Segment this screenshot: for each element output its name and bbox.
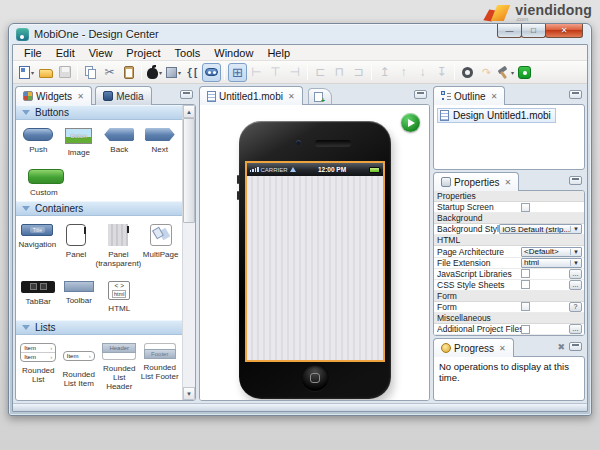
close-icon[interactable]: ✕ [505, 178, 512, 187]
home-button [301, 364, 329, 392]
widget-rounded-list[interactable]: Item› Item› Rounded List [18, 343, 59, 392]
design-screen[interactable]: CARRIER 12:00 PM [245, 161, 385, 362]
open-folder-button[interactable] [36, 63, 55, 82]
menu-edit[interactable]: Edit [49, 47, 82, 59]
menu-project[interactable]: Project [119, 47, 167, 59]
property-section: Properties [434, 191, 584, 202]
properties-view: Properties ✕ Properties Startup Screen [433, 172, 585, 336]
title-bar[interactable]: MobiOne - Design Center — □ ✕ [9, 24, 591, 44]
file-extension-dropdown[interactable]: html▼ [521, 258, 582, 268]
distribute-center-button[interactable]: ⊓ [330, 63, 349, 82]
align-right-button[interactable]: ⊣ [285, 63, 304, 82]
section-containers[interactable]: Containers [16, 201, 182, 216]
widget-custom-button[interactable] [16, 163, 182, 186]
new-file-button[interactable]: ▾ [17, 63, 36, 82]
copy-button[interactable] [81, 63, 100, 82]
clear-terminated-icon[interactable]: ✖ [557, 342, 565, 352]
align-left-button[interactable]: ⊢ [247, 63, 266, 82]
tab-widgets[interactable]: Widgets ✕ [15, 86, 92, 105]
close-icon[interactable]: ✕ [499, 344, 506, 353]
scrollbar-thumb[interactable] [183, 118, 195, 223]
widget-push-button[interactable]: Push [23, 128, 53, 157]
widgets-preview-icon [205, 68, 218, 76]
javascript-libraries-field[interactable] [521, 269, 530, 278]
bring-to-front-button[interactable]: ↥ [375, 63, 394, 82]
cut-button[interactable]: ✂ [100, 63, 119, 82]
close-icon[interactable]: ✕ [491, 92, 498, 101]
close-icon[interactable]: ✕ [288, 92, 295, 101]
widget-navigation[interactable]: Title Navigation [18, 224, 56, 268]
property-section: HTML [434, 235, 584, 246]
widget-panel-transparent[interactable]: Panel (transparent) [95, 224, 141, 268]
scroll-up-button[interactable]: ▲ [183, 105, 195, 118]
widget-html[interactable]: < > html HTML [108, 281, 130, 313]
widget-rounded-list-item[interactable]: Item› Rounded List Item [59, 343, 100, 392]
minimize-button[interactable]: — [497, 24, 522, 38]
menu-file[interactable]: File [17, 47, 49, 59]
browse-button[interactable]: ... [569, 324, 582, 334]
section-lists[interactable]: Lists [16, 320, 182, 335]
align-center-button[interactable]: ⊤ [266, 63, 285, 82]
move-up-button[interactable]: ↑ [394, 63, 413, 82]
help-button[interactable]: ? [569, 302, 582, 312]
outline-item-design[interactable]: Design Untitled1.mobi [437, 108, 556, 123]
move-down-button[interactable]: ↓ [413, 63, 432, 82]
menu-window[interactable]: Window [207, 47, 260, 59]
widget-rounded-list-header[interactable]: Header Rounded List Header [99, 343, 140, 392]
widget-panel[interactable]: Panel [66, 224, 86, 268]
startup-screen-checkbox[interactable] [521, 203, 530, 212]
paste-button[interactable] [119, 63, 138, 82]
minimize-view-button[interactable] [569, 342, 582, 351]
build-ios-button[interactable]: ▾ [145, 63, 164, 82]
build-button[interactable]: ▾ [496, 63, 515, 82]
tab-outline[interactable]: Outline ✕ [433, 86, 505, 105]
grid-layout-toggle[interactable]: ⊞ [228, 63, 247, 82]
close-button[interactable]: ✕ [545, 24, 583, 38]
css-style-sheets-field[interactable] [521, 280, 530, 289]
rounded-list-footer-thumb: Footer [144, 343, 176, 359]
close-icon[interactable]: ✕ [77, 92, 84, 101]
menu-view[interactable]: View [82, 47, 120, 59]
widget-tabbar[interactable]: TabBar [21, 281, 55, 313]
minimize-view-button[interactable] [180, 90, 193, 99]
widgets-preview-toggle[interactable] [202, 63, 221, 82]
tab-properties[interactable]: Properties ✕ [433, 172, 519, 191]
page-architecture-dropdown[interactable]: <Default>▼ [521, 247, 582, 257]
scroll-down-button[interactable]: ▼ [183, 387, 195, 400]
source-code-button[interactable]: {[ [183, 63, 202, 82]
package-button[interactable]: ▾ [164, 63, 183, 82]
browse-button[interactable]: ... [569, 269, 582, 279]
test-center-button[interactable] [515, 63, 534, 82]
form-checkbox[interactable] [521, 302, 530, 311]
send-to-back-button[interactable]: ↧ [432, 63, 451, 82]
new-design-tab[interactable]: + [308, 88, 332, 105]
maximize-button[interactable]: □ [521, 24, 546, 38]
widget-image-button[interactable]: Button Image [65, 128, 92, 157]
widget-next-button[interactable]: Next [145, 128, 175, 157]
background-style-dropdown[interactable]: iOS Default (strip...▼ [499, 224, 582, 234]
section-buttons[interactable]: Buttons [16, 105, 182, 120]
menu-help[interactable]: Help [260, 47, 297, 59]
tab-progress[interactable]: Progress ✕ [433, 338, 514, 357]
settings-button[interactable] [458, 63, 477, 82]
tab-untitled1[interactable]: Untitled1.mobi ✕ [199, 86, 303, 105]
additional-project-files-field[interactable] [521, 325, 530, 334]
widget-rounded-list-footer[interactable]: Footer Rounded List Footer [140, 343, 181, 392]
minimize-view-button[interactable] [569, 90, 582, 99]
widget-multipage[interactable]: MultiPage [143, 224, 179, 268]
widget-back-button[interactable]: Back [104, 128, 134, 157]
palette-scrollbar[interactable]: ▲ ▼ [182, 105, 195, 400]
design-canvas[interactable]: CARRIER 12:00 PM [200, 105, 429, 400]
maximize-view-button[interactable] [414, 90, 427, 99]
distribute-right-button[interactable]: ⊐ [349, 63, 368, 82]
distribute-left-button[interactable]: ⊏ [311, 63, 330, 82]
browse-button[interactable]: ... [569, 280, 582, 290]
widget-toolbar[interactable]: Toolbar [64, 281, 94, 313]
tab-media[interactable]: Media [95, 86, 151, 105]
preview-play-button[interactable] [401, 113, 420, 132]
toolbar-separator [224, 64, 225, 80]
minimize-view-button[interactable] [569, 176, 582, 185]
save-button[interactable] [55, 63, 74, 82]
deploy-button[interactable]: ↷ [477, 63, 496, 82]
menu-tools[interactable]: Tools [168, 47, 208, 59]
